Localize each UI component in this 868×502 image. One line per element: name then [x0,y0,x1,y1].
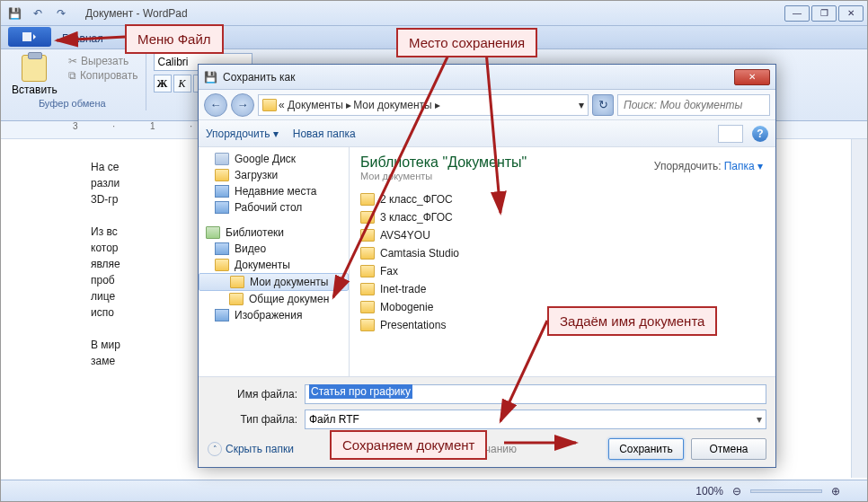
copy-button[interactable]: ⧉Копировать [68,69,138,82]
list-item[interactable]: 3 класс_ФГОС [360,208,765,226]
paste-label: Вставить [12,84,58,96]
copy-icon: ⧉ [68,69,76,82]
folder-icon [229,293,244,305]
qat-undo-icon[interactable]: ↶ [28,4,48,23]
view-options-button[interactable] [718,125,743,143]
search-input[interactable] [617,94,770,116]
window-title: Документ - WordPad [85,7,188,20]
annotation-set-name: Задаём имя документа [547,306,717,336]
qat-save-icon[interactable]: 💾 [4,4,24,23]
folder-icon [360,265,375,277]
breadcrumb[interactable]: « Документы ▸ Мои документы ▸ ▾ [258,94,589,116]
separator [146,53,146,110]
tab-home[interactable]: Главная [51,29,114,48]
sort-by-link[interactable]: Папка ▾ [724,160,763,172]
zoom-slider[interactable] [750,489,822,493]
annotation-menu-file: Меню Файл [125,24,224,54]
italic-button[interactable]: К [173,75,191,92]
folder-icon [360,211,375,224]
folder-icon [215,169,229,181]
folder-icon [262,99,277,111]
save-button[interactable]: Сохранить [608,438,684,460]
tree-item-recent[interactable]: Недавние места [199,183,349,199]
folder-tree[interactable]: Google Диск Загрузки Недавние места Рабо… [199,147,350,376]
zoom-label: 100% [695,485,723,498]
clipboard-icon [22,55,47,82]
tree-item-publicdocs[interactable]: Общие докумен [199,291,349,307]
breadcrumb-segment[interactable]: Мои документы ▸ [353,99,440,111]
breadcrumb-segment[interactable]: « Документы ▸ [279,99,351,111]
list-item[interactable]: Fax [360,262,765,280]
tree-item-gdrive[interactable]: Google Диск [199,151,349,167]
chevron-down-icon[interactable]: ▾ [579,99,584,111]
clipboard-group-label: Буфер обмена [39,98,106,109]
back-button[interactable]: ← [204,93,227,117]
save-as-dialog: 💾 Сохранить как ✕ ← → « Документы ▸ Мои … [198,64,776,468]
annotation-do-save: Сохраняем документ [330,430,487,460]
list-item[interactable]: 2 класс_ФГОС [360,190,765,208]
tree-item-downloads[interactable]: Загрузки [199,167,349,183]
drive-icon [215,153,229,165]
tree-item-pictures[interactable]: Изображения [199,307,349,323]
minimize-button[interactable]: — [784,5,810,22]
help-icon[interactable]: ? [752,126,768,142]
zoom-out-button[interactable]: ⊖ [732,485,741,498]
annotation-save-location: Место сохранения [396,28,537,57]
filename-input[interactable]: Статья про графику [305,384,766,404]
nav-bar: ← → « Документы ▸ Мои документы ▸ ▾ ↻ [199,90,775,120]
vertical-scrollbar[interactable] [851,139,867,478]
scissors-icon: ✂ [68,55,77,67]
dialog-title: Сохранить как [223,71,295,84]
folder-icon [360,247,375,260]
tree-header-libraries[interactable]: Библиотеки [199,225,349,241]
video-icon [215,242,229,255]
folder-content: Упорядочить: Папка ▾ Библиотека "Докумен… [350,147,775,376]
folder-icon [230,276,244,288]
desktop-icon [215,201,229,214]
folder-icon [360,193,375,206]
maximize-button[interactable]: ❐ [811,5,837,22]
cut-button[interactable]: ✂Вырезать [68,55,138,67]
hide-folders-link[interactable]: ˄Скрыть папки [208,442,294,456]
zoom-in-button[interactable]: ⊕ [831,485,840,498]
list-item[interactable]: Inet-trade [360,280,765,298]
save-icon: 💾 [204,71,217,84]
folder-icon [360,301,375,313]
forward-button[interactable]: → [231,93,254,117]
tree-item-desktop[interactable]: Рабочий стол [199,199,349,216]
new-folder-button[interactable]: Новая папка [293,128,356,140]
close-button[interactable]: ✕ [838,5,864,22]
dialog-titlebar: 💾 Сохранить как ✕ [199,65,775,90]
folder-icon [360,319,375,331]
tree-item-documents[interactable]: Документы [199,257,349,273]
filename-label: Имя файла: [208,388,297,401]
folder-icon [215,259,229,271]
status-bar: 100% ⊖ ⊕ [1,480,867,501]
tree-item-video[interactable]: Видео [199,241,349,257]
recent-icon [215,185,229,198]
folder-icon [360,229,375,242]
dialog-toolbar: Упорядочить ▾ Новая папка ? [199,120,775,147]
svg-rect-0 [22,32,31,41]
bold-button[interactable]: Ж [154,75,172,92]
cancel-button[interactable]: Отмена [691,438,766,460]
paste-button[interactable]: Вставить [6,53,63,98]
list-item[interactable]: Camtasia Studio [360,244,765,262]
filetype-combo[interactable]: Файл RTF [305,410,766,429]
organize-button[interactable]: Упорядочить ▾ [206,128,279,140]
dialog-close-button[interactable]: ✕ [734,69,770,85]
pictures-icon [215,309,229,321]
qat-redo-icon[interactable]: ↷ [51,4,71,23]
tree-item-mydocuments[interactable]: Мои документы [199,273,349,291]
library-icon [206,226,220,239]
sort-row: Упорядочить: Папка ▾ [654,160,763,172]
file-menu-icon [22,31,38,42]
refresh-button[interactable]: ↻ [592,94,614,116]
file-menu-button[interactable] [8,27,51,47]
folder-icon [360,283,375,295]
list-item[interactable]: AVS4YOU [360,226,765,244]
titlebar: 💾 ↶ ↷ Документ - WordPad — ❐ ✕ [1,1,867,26]
filetype-label: Тип файла: [208,413,297,426]
chevron-up-icon: ˄ [208,442,222,456]
